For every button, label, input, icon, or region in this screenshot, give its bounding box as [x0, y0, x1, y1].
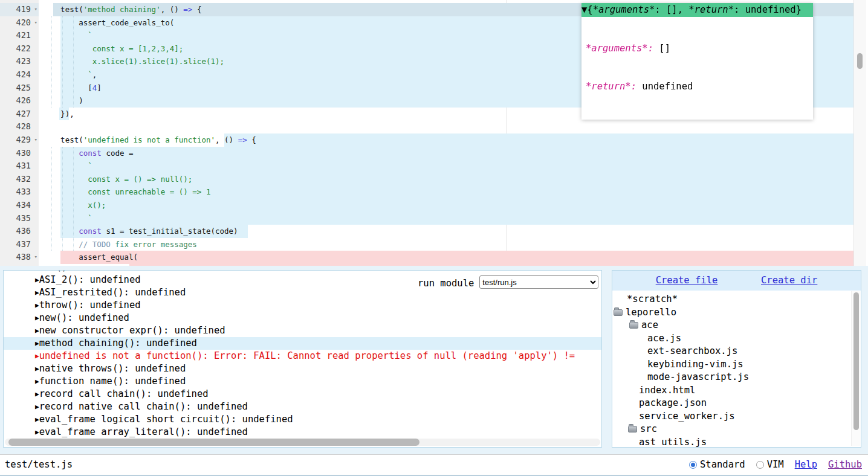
test-result-row[interactable]: ▶record call chain(): undefined	[4, 388, 601, 400]
expand-triangle-icon[interactable]: ▶	[35, 339, 39, 347]
code-line[interactable]: 432 const x = () => null();	[0, 173, 868, 186]
code-line[interactable]: 438▾ assert_equal(	[0, 251, 868, 264]
expand-triangle-icon[interactable]: ▶	[35, 428, 39, 436]
tooltip-header[interactable]: ▼{*arguments*: [], *return*: undefined}	[581, 3, 813, 17]
file-tree-item[interactable]: ace.js	[612, 332, 851, 346]
collapse-triangle-icon[interactable]: ▼{	[581, 4, 593, 15]
file-tree-item[interactable]: ast_utils.js	[612, 436, 851, 448]
expand-triangle-icon[interactable]: ▶	[35, 314, 39, 322]
file-name: keybinding-vim.js	[647, 359, 743, 370]
test-result-label: new constructor expr(): undefined	[39, 325, 225, 336]
test-result-label: function name(): undefined	[39, 376, 186, 387]
line-number: 425	[0, 82, 39, 95]
editor-vertical-scrollbar[interactable]	[853, 0, 866, 266]
code-text: }),	[39, 108, 74, 121]
radio-unselected-icon[interactable]	[756, 461, 764, 469]
code-line[interactable]: 433 const unreachable = () => 1	[0, 185, 868, 199]
line-number: 421	[0, 29, 39, 42]
help-link[interactable]: Help	[795, 455, 817, 475]
line-number: 436	[0, 225, 39, 238]
line-number: 419▾	[0, 3, 39, 16]
expand-triangle-icon[interactable]: ▶	[35, 327, 39, 335]
file-tree-item[interactable]: index.html	[612, 384, 851, 397]
fold-arrow-icon[interactable]: ▾	[34, 16, 37, 30]
create-dir-link[interactable]: Create dir	[761, 274, 817, 288]
evaluation-highlight	[60, 199, 853, 212]
test-result-row[interactable]: ▶new(): undefined	[4, 312, 601, 324]
expand-triangle-icon[interactable]: ▶	[35, 301, 39, 309]
fold-arrow-icon[interactable]: ▾	[34, 251, 37, 264]
test-result-row[interactable]: ▶record native call chain(): undefined	[4, 400, 601, 413]
expand-triangle-icon[interactable]: ▶	[35, 365, 39, 373]
results-scrollbar-thumb[interactable]	[8, 439, 419, 446]
fold-arrow-icon[interactable]: ▾	[34, 133, 37, 147]
file-tree-item[interactable]: mode-javascript.js	[612, 371, 851, 384]
expand-triangle-icon[interactable]: ▶	[35, 352, 39, 360]
expand-triangle-icon[interactable]: ▶	[35, 378, 39, 385]
create-file-link[interactable]: Create file	[656, 274, 718, 288]
file-tree-folder[interactable]: ace	[612, 319, 851, 332]
code-line[interactable]: 428	[0, 120, 868, 133]
file-tree-folder[interactable]: src	[612, 423, 851, 436]
code-line[interactable]: 439 root_calls(s1)	[0, 264, 868, 266]
fold-arrow-icon[interactable]: ▾	[34, 3, 37, 16]
files-scrollbar-thumb[interactable]	[853, 292, 859, 430]
run-module-select[interactable]: test/run.js	[479, 275, 598, 289]
expand-triangle-icon[interactable]: ▶	[35, 416, 39, 423]
code-text: test('undefined is not a function', () =…	[39, 133, 256, 147]
file-tree-item[interactable]: *scratch*	[612, 293, 851, 306]
line-number: 433	[0, 185, 39, 199]
evaluation-highlight	[60, 212, 853, 225]
code-line[interactable]: 429▾ test('undefined is not a function',…	[0, 133, 868, 147]
editor-scrollbar-thumb[interactable]	[857, 53, 863, 69]
code-line[interactable]: 435 `	[0, 212, 868, 225]
test-result-row[interactable]: ▶eval_frame array_literal(): undefined	[4, 426, 601, 439]
code-line[interactable]: 434 x();	[0, 199, 868, 212]
file-tree-item[interactable]: keybinding-vim.js	[612, 358, 851, 371]
code-line[interactable]: 431 `	[0, 159, 868, 173]
expand-triangle-icon[interactable]: ▶	[35, 270, 39, 271]
line-number: 432	[0, 173, 39, 186]
code-editor[interactable]: 419▾ test('method chaining', () => {420▾…	[0, 0, 868, 266]
expand-triangle-icon[interactable]: ▶	[35, 276, 39, 284]
test-result-label: record call chain(): undefined	[39, 388, 209, 399]
code-text: const code =	[39, 147, 134, 160]
test-result-label: throw(): undefined	[39, 300, 141, 310]
file-tree-item[interactable]: package.json	[612, 397, 851, 410]
keybinding-standard-radio[interactable]: Standard	[689, 455, 745, 475]
code-text: `	[39, 29, 92, 42]
test-result-row[interactable]: ▶eval_frame logical short circuit(): und…	[4, 413, 601, 426]
test-result-row[interactable]: ▶function name(): undefined	[4, 375, 601, 388]
file-browser-header: Create file Create dir	[612, 271, 861, 291]
github-link[interactable]: Github	[828, 455, 862, 475]
keybinding-vim-radio[interactable]: VIM	[756, 455, 784, 475]
line-number: 420▾	[0, 16, 39, 30]
code-line[interactable]: 436 const s1 = test_initial_state(code)	[0, 225, 868, 238]
test-result-label: eval_frame array_literal(): undefined	[39, 426, 248, 437]
test-result-row[interactable]: ▶new constructor expr(): undefined	[4, 324, 601, 337]
file-tree-folder[interactable]: leporello	[612, 306, 851, 320]
files-vertical-scrollbar[interactable]	[851, 291, 860, 446]
line-number: 439	[0, 264, 39, 266]
line-number: 429▾	[0, 133, 39, 147]
line-number: 423	[0, 55, 39, 68]
test-result-row[interactable]: ▶throw(): undefined	[4, 299, 601, 312]
results-horizontal-scrollbar[interactable]	[5, 439, 600, 446]
file-name: package.json	[639, 397, 707, 408]
code-line[interactable]: 430 const code =	[0, 147, 868, 160]
code-line[interactable]: 437 // TODO fix error messages	[0, 238, 868, 251]
test-result-row[interactable]: ▶method chaining(): undefined	[4, 337, 601, 350]
current-file-path: test/test.js	[5, 455, 73, 475]
expand-triangle-icon[interactable]: ▶	[35, 289, 39, 297]
line-number: 431	[0, 159, 39, 173]
file-name: mode-javascript.js	[647, 371, 749, 382]
tooltip-label: *arguments*:	[586, 43, 653, 54]
test-result-row[interactable]: ▶undefined is not a function(): Error: F…	[4, 350, 601, 362]
file-tree-item[interactable]: ext-searchbox.js	[612, 345, 851, 358]
expand-triangle-icon[interactable]: ▶	[35, 390, 39, 398]
test-result-row[interactable]: ▶native throws(): undefined	[4, 362, 601, 375]
test-result-label: native throws(): undefined	[39, 363, 186, 374]
file-tree-item[interactable]: service_worker.js	[612, 410, 851, 423]
expand-triangle-icon[interactable]: ▶	[35, 403, 39, 411]
radio-selected-icon[interactable]	[689, 461, 697, 469]
